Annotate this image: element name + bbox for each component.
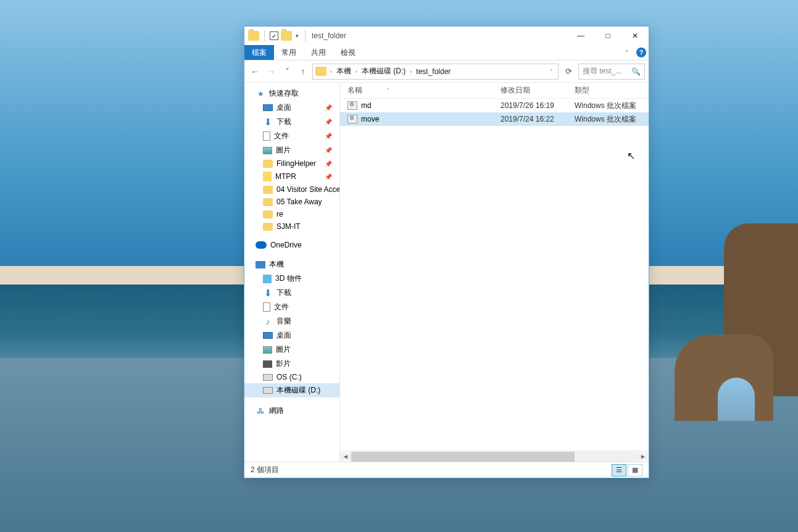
tab-file[interactable]: 檔案 <box>244 45 274 60</box>
sidebar-item[interactable]: ⬇下載 <box>244 286 339 300</box>
sidebar-item-label: 桌面 <box>276 102 291 113</box>
address-dropdown-icon[interactable]: ˅ <box>547 69 555 75</box>
sidebar-item[interactable]: FilingHelper📌 <box>244 157 339 170</box>
back-button[interactable]: ← <box>248 65 262 78</box>
ribbon-expand-button[interactable]: ˅ <box>619 45 634 60</box>
sidebar-this-pc[interactable]: 本機 <box>244 257 339 272</box>
chevron-icon[interactable]: › <box>329 69 333 75</box>
download-icon: ⬇ <box>263 288 273 298</box>
onedrive-icon <box>256 241 267 249</box>
chevron-icon[interactable]: › <box>354 69 359 75</box>
file-date: 2019/7/26 16:19 <box>501 101 575 110</box>
sidebar-item-label: 3D 物件 <box>275 273 302 284</box>
tab-home[interactable]: 常用 <box>274 45 304 60</box>
file-list[interactable]: md2019/7/26 16:19Windows 批次檔案move2019/7/… <box>340 99 649 451</box>
window-controls: — □ ✕ <box>567 27 649 45</box>
properties-toggle[interactable]: ✓ <box>270 31 278 40</box>
sidebar-label: 網路 <box>269 405 284 416</box>
column-name[interactable]: 名稱˄ <box>340 85 501 96</box>
sidebar-item-label: 桌面 <box>276 330 291 341</box>
tab-share[interactable]: 共用 <box>304 45 333 60</box>
titlebar[interactable]: ✓ ▾ test_folder — □ ✕ <box>244 27 649 45</box>
navigation-pane[interactable]: ★ 快速存取 桌面📌⬇下載📌文件📌圖片📌FilingHelper📌MTPR📌04… <box>244 83 340 462</box>
sidebar-item[interactable]: 05 Take Away <box>244 196 339 208</box>
sidebar-item[interactable]: ♪音樂 <box>244 314 339 328</box>
sidebar-quick-access[interactable]: ★ 快速存取 <box>244 86 339 101</box>
minimize-button[interactable]: — <box>567 27 594 45</box>
column-type[interactable]: 類型 <box>575 85 649 96</box>
scroll-thumb[interactable] <box>351 452 575 462</box>
folder-icon <box>263 186 273 194</box>
doc-icon <box>263 302 270 312</box>
sidebar-onedrive[interactable]: OneDrive <box>244 239 339 251</box>
sidebar-item[interactable]: 本機磁碟 (D:) <box>244 383 339 397</box>
file-name: md <box>361 101 372 110</box>
sidebar-item[interactable]: 桌面 <box>244 328 339 343</box>
sidebar-item[interactable]: 3D 物件 <box>244 272 339 286</box>
scroll-left-icon[interactable]: ◄ <box>340 453 351 460</box>
batch-file-icon <box>347 101 357 110</box>
file-row[interactable]: move2019/7/24 16:22Windows 批次檔案 <box>340 112 649 126</box>
item-count: 2 個項目 <box>251 465 279 475</box>
network-icon: 🖧 <box>256 406 265 416</box>
sidebar-label: 本機 <box>269 259 284 270</box>
sidebar-item-label: FilingHelper <box>276 159 316 168</box>
maximize-button[interactable]: □ <box>594 27 621 45</box>
sidebar-item-label: 本機磁碟 (D:) <box>276 385 320 396</box>
up-button[interactable]: ↑ <box>296 65 310 78</box>
file-date: 2019/7/24 16:22 <box>501 115 575 123</box>
breadcrumb-segment[interactable]: 本機磁碟 (D:) <box>360 66 407 77</box>
details-view-button[interactable]: ☰ <box>612 464 626 476</box>
sidebar-item-label: SJM-IT <box>276 222 301 231</box>
sidebar-item[interactable]: ⬇下載📌 <box>244 115 339 129</box>
folder-icon <box>263 210 273 218</box>
sidebar-label: 快速存取 <box>269 88 299 99</box>
folder-icon <box>263 223 273 231</box>
quick-access-toolbar: ✓ ▾ <box>244 30 308 41</box>
pin-icon: 📌 <box>325 147 335 154</box>
sidebar-item[interactable]: SJM-IT <box>244 220 339 233</box>
music-icon: ♪ <box>263 317 273 326</box>
video-icon <box>263 360 272 368</box>
search-input[interactable]: 搜尋 test_... 🔍 <box>578 64 645 80</box>
sidebar-item[interactable]: 文件📌 <box>244 129 339 143</box>
sidebar-item[interactable]: 桌面📌 <box>244 101 339 115</box>
sidebar-item[interactable]: OS (C:) <box>244 371 339 383</box>
address-bar[interactable]: › 本機 › 本機磁碟 (D:) › test_folder ˅ <box>312 64 559 80</box>
sidebar-item[interactable]: 04 Visitor Site Acce <box>244 183 339 196</box>
batch-file-icon <box>347 115 357 123</box>
breadcrumb-segment[interactable]: test_folder <box>414 67 452 76</box>
refresh-button[interactable]: ⟳ <box>561 64 576 80</box>
scroll-track[interactable] <box>351 452 638 462</box>
scroll-right-icon[interactable]: ► <box>638 453 649 460</box>
tab-view[interactable]: 檢視 <box>333 45 363 60</box>
sidebar-item-label: re <box>276 210 283 218</box>
sidebar-item-label: 圖片 <box>276 145 291 156</box>
pin-icon: 📌 <box>325 133 335 139</box>
sidebar-item[interactable]: 圖片 <box>244 343 339 357</box>
sidebar-network[interactable]: 🖧 網路 <box>244 404 339 418</box>
chevron-icon[interactable]: › <box>409 69 413 75</box>
sidebar-item-label: 下載 <box>276 288 291 298</box>
folder-icon <box>315 67 326 76</box>
file-list-pane: 名稱˄ 修改日期 類型 md2019/7/26 16:19Windows 批次檔… <box>340 83 649 462</box>
close-button[interactable]: ✕ <box>621 27 649 45</box>
sidebar-item-label: 圖片 <box>276 344 291 355</box>
sidebar-item[interactable]: 影片 <box>244 357 339 371</box>
column-date[interactable]: 修改日期 <box>501 85 575 96</box>
pc-icon <box>256 261 265 268</box>
qat-dropdown-icon[interactable]: ▾ <box>296 33 299 39</box>
pic-icon <box>263 346 272 354</box>
sidebar-item[interactable]: re <box>244 208 339 220</box>
recent-dropdown[interactable]: ˅ <box>280 65 294 78</box>
sidebar-item[interactable]: MTPR📌 <box>244 170 339 183</box>
forward-button[interactable]: → <box>264 65 278 78</box>
breadcrumb-segment[interactable]: 本機 <box>335 66 353 77</box>
sidebar-item[interactable]: 文件 <box>244 300 339 314</box>
horizontal-scrollbar[interactable]: ◄ ► <box>340 451 649 462</box>
file-row[interactable]: md2019/7/26 16:19Windows 批次檔案 <box>340 99 649 112</box>
help-button[interactable]: ? <box>634 45 649 60</box>
sidebar-item[interactable]: 圖片📌 <box>244 143 339 157</box>
tiles-view-button[interactable]: ▦ <box>628 464 642 476</box>
sidebar-item-label: 文件 <box>274 131 289 141</box>
